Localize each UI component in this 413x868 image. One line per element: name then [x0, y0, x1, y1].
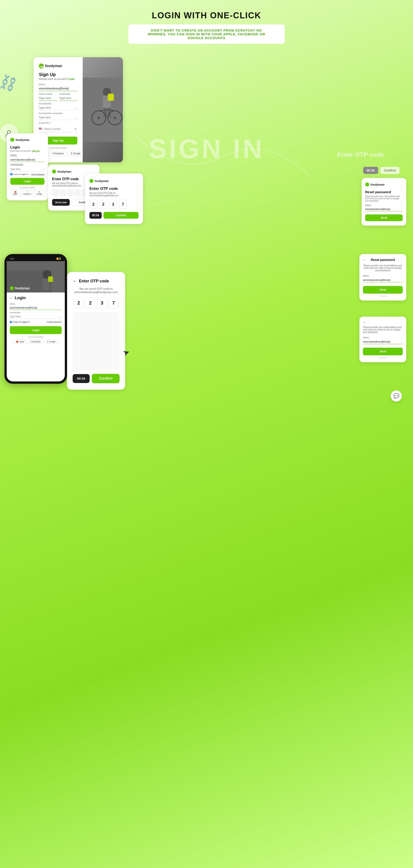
email-label-signup: EMAIL: [39, 84, 77, 86]
login-card-small: foodyman Login Don't have an account? Si…: [7, 133, 48, 200]
phone-eye-icon[interactable]: ⌄: [60, 315, 62, 318]
firstname-input[interactable]: [39, 96, 57, 101]
google-icon-signup: G: [71, 152, 72, 155]
password-confirm-eye-icon[interactable]: ⌄: [75, 116, 77, 119]
confirm-button-lg[interactable]: Confirm: [103, 212, 138, 219]
reset-top-back-arrow[interactable]: ←: [363, 258, 366, 261]
reset-top-email-input[interactable]: [363, 278, 403, 282]
brand-icon: 🥗: [39, 63, 44, 68]
phone-remember-checkbox[interactable]: [10, 321, 12, 323]
reset-bottom-send-button[interactable]: Send: [363, 348, 403, 355]
otp-digit-1[interactable]: 2: [89, 200, 97, 209]
reset-bottom-back-arrow[interactable]: ←: [363, 321, 366, 324]
password-confirm-input[interactable]: [39, 115, 77, 120]
reset-header-row-top: ← Reset password: [363, 258, 403, 261]
otp-mobile-back[interactable]: ←: [73, 279, 77, 283]
phone-password-field: ⌄: [10, 314, 62, 319]
reset-bottom-email-input[interactable]: [363, 339, 403, 344]
forgot-link-sm[interactable]: Forgot password: [31, 173, 44, 175]
reset-bottom-email-label: EMAIL: [363, 337, 403, 339]
email-input-signup[interactable]: [39, 86, 77, 91]
phone-password-input[interactable]: [10, 314, 62, 319]
otp-bottom-row-lg: 00:34 Confirm: [89, 212, 138, 219]
chat-bubble[interactable]: 💬: [391, 391, 402, 402]
phone-social-row: 🍎 Apple f Facebook G Google: [10, 339, 62, 344]
otp-digit-2[interactable]: 2: [99, 200, 107, 209]
signup-title: Sign Up: [39, 72, 77, 77]
login-sm-signup-link[interactable]: Sign Up: [32, 150, 39, 152]
facebook-btn-signup[interactable]: f Facebook: [49, 151, 66, 156]
brand-name-reset: foodyman: [371, 183, 384, 186]
reset-bottom-desc: Please provide your email address and we…: [363, 326, 403, 333]
otp-box-2[interactable]: [59, 189, 65, 196]
otp-lg-desc: We are send OTP code to antoniobanderas@…: [89, 192, 138, 197]
phone-apple-btn[interactable]: 🍎 Apple: [13, 339, 27, 344]
send-new-button[interactable]: Send new: [52, 199, 70, 206]
google-btn-signup[interactable]: G Google: [68, 151, 83, 156]
signup-login-link[interactable]: Login: [68, 78, 75, 80]
otp-box-3[interactable]: [67, 189, 73, 196]
brand-name-login-sm: foodyman: [15, 138, 30, 142]
phone-facebook-btn[interactable]: f Facebook: [28, 339, 43, 344]
otp-mobile-box-2[interactable]: 2: [85, 298, 95, 309]
phone-remember-label[interactable]: Keep me logged in: [10, 321, 30, 323]
otp-box-4[interactable]: [74, 189, 81, 196]
or-access-sm: or access quickly: [10, 186, 44, 189]
surname-input[interactable]: [59, 96, 77, 101]
password-eye-icon[interactable]: ⌄: [75, 106, 77, 110]
password-input-login-sm[interactable]: [10, 167, 44, 171]
otp-mobile-confirm-button[interactable]: Confirm: [92, 374, 120, 383]
password-input-signup[interactable]: [39, 105, 77, 111]
email-input-login-sm[interactable]: [10, 158, 44, 162]
surname-label: SURNAME: [59, 93, 77, 95]
reset-email-input[interactable]: [365, 207, 403, 211]
phone-status-bar: 9:41 📶🔋: [7, 256, 65, 261]
phone-back-arrow[interactable]: ←: [10, 296, 13, 300]
phone-email-input[interactable]: [10, 306, 62, 310]
signup-image: [83, 57, 123, 162]
password-eye-login-sm[interactable]: ⌄: [43, 168, 44, 170]
brand-name-signup: foodyman: [45, 64, 62, 68]
google-btn-sm[interactable]: G Google: [34, 190, 44, 196]
otp-mobile-header: ← Enter OTP code: [73, 279, 120, 283]
phone-forgot-link[interactable]: Forgot password: [47, 321, 62, 323]
reset-title: Reset password: [365, 190, 403, 194]
otp-card-large: foodyman Enter OTP code We are send OTP …: [85, 174, 143, 224]
svg-rect-9: [108, 94, 114, 101]
phone-frame: 9:41 📶🔋 fo: [4, 254, 67, 384]
phone-login-title: Login: [15, 296, 26, 300]
brand-name-otp-md: foodyman: [57, 170, 71, 173]
reset-top-email-label: EMAIL: [363, 275, 403, 277]
otp-mobile-box-3[interactable]: 3: [97, 298, 107, 309]
remember-checkbox-sm[interactable]: [10, 173, 12, 175]
reset-top-title: Reset password: [371, 258, 395, 261]
signup-subtitle: Already have an account? Login: [39, 78, 77, 80]
login-btn-sm[interactable]: Login: [10, 178, 44, 185]
phone-google-btn[interactable]: G Google: [44, 339, 58, 344]
otp-mobile-box-1[interactable]: 2: [74, 298, 84, 309]
svg-rect-3: [83, 78, 123, 142]
otp-label-top-right: Enter OTP code: [337, 151, 384, 158]
password-confirm-field: ⌄: [39, 115, 77, 120]
otp-digit-4[interactable]: 7: [119, 200, 127, 209]
reset-bottom-header: ←: [363, 321, 403, 324]
password-field-login-sm: ⌄: [10, 167, 44, 171]
brand-name-otp-lg: foodyman: [95, 179, 108, 183]
country-select[interactable]: Select country: [43, 126, 77, 132]
facebook-btn-sm[interactable]: f Facebook: [21, 190, 33, 196]
remember-label-sm[interactable]: Keep me logged in: [10, 173, 28, 175]
reset-send-button[interactable]: Send: [365, 214, 403, 221]
name-row: FIRST NAME SURNAME: [39, 91, 77, 101]
svg-rect-24: [48, 276, 53, 282]
apple-btn-sm[interactable]: 🍎 Apple: [10, 190, 20, 196]
otp-lg-title: Enter OTP code: [89, 186, 138, 191]
phone-remember-row: Keep me logged in Forgot password: [10, 321, 62, 323]
phone-login-content: ← Login EMAIL PASSWORD ⌄ Keep me logged …: [7, 292, 65, 347]
header-subtitle-box: DON'T WANT TO CREATE AN ACCOUNT FROM SCR…: [128, 24, 285, 44]
otp-mobile-box-4[interactable]: 7: [108, 298, 119, 309]
phone-login-button[interactable]: Login: [10, 326, 62, 334]
reset-top-send-button[interactable]: Send: [363, 286, 403, 293]
password-label-login-sm: PASSWORD: [10, 164, 44, 166]
otp-box-1[interactable]: [52, 189, 58, 196]
otp-digit-3[interactable]: 3: [109, 200, 117, 209]
